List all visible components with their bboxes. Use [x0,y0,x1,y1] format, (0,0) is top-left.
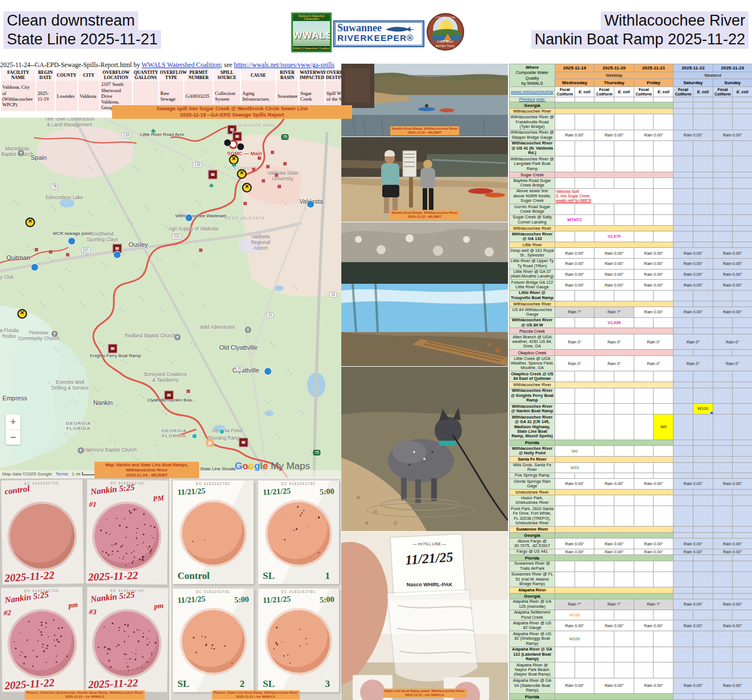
value-cell: Rain 0.00" [713,678,752,693]
previous-year-link[interactable]: Previous year: [519,97,546,102]
date-header: 2025-11-23 [713,64,752,72]
water-quality-table: WhereComposite Water Qualityby WWALS2025… [509,64,752,700]
wwals-coalition-link[interactable]: WWALS Watershed Coalition [142,61,221,68]
map-label: WINDSOR PARK [238,123,276,128]
map-label: Southwind Sporting Clays [86,231,118,243]
colony-speck [113,544,114,545]
colony-speck [118,644,119,646]
petri-left-caption: Photos: Gretchen Quarterman, Nankin Boat… [25,690,145,699]
value-cell: Rain 0.00" [634,269,673,280]
colony-speck [205,644,207,645]
ecoli-header: E. coli [654,87,674,97]
value-cell: Rain 0.00" [674,620,713,631]
petri-card: EC 418324278Ccontrol2025-11-22 [1,479,84,585]
table-row: Georgia [510,593,752,599]
colony-speck [137,544,138,545]
weekend-header: Weekend [674,72,752,79]
colony-speck [126,527,127,528]
value-cell: Rain 0.00" [634,549,673,555]
spill-col-header: BEGIN DATE [36,69,55,81]
colony-speck [40,624,42,626]
petri-dish [182,502,245,565]
colony-speck [20,652,22,653]
colony-speck [150,550,151,552]
colony-speck [274,648,275,649]
selection-handle[interactable] [710,411,713,415]
plate-num: 2 [240,678,245,690]
map-label: Valdosta State University [267,171,299,182]
spill-title-prefix: 2025-11-24--GA-EPD-Sewage-Spills-Report.… [0,61,142,68]
table-row: Poe Springs Ramp [510,473,752,479]
value-cell: Rain 0.00" [594,248,634,259]
value-cell: Rain 0" [713,334,752,349]
wwals-logo-tagline: Working for Watershed Conservation [293,14,330,21]
site-label: Withlacoochee River @ Knights Ferry Boat… [510,388,555,403]
table-row: Florida [510,694,752,700]
site-label: Fargo @ US 441 [510,549,555,555]
plate-label2: pm [68,600,79,610]
map-label: GEORGIA FLORIDA [66,421,92,431]
section-label: Florida [510,694,555,700]
water-trail-logo: WITHLACOOCHEE Little River WATER TRAIL [427,13,464,51]
value-cell: Rain 0.00" [674,549,713,555]
table-row: Sugar Creek @ Salty Corner LandingWTNTC [510,214,752,225]
boat-ramp-marker-icon: ≋ [108,344,118,354]
spill-col-header: QUANTITY GALLONS [133,69,159,81]
zoom-in-button[interactable]: + [6,415,20,430]
day-header: Wednesday [555,78,594,86]
section-band [555,108,674,114]
photo-dog-in-water [341,367,508,531]
section-label: Withlacoochee River [510,382,555,388]
value-cell: Rain ?" [555,307,594,318]
value-cell: Rain 0.00" [594,130,634,140]
day-header: Friday [634,78,673,86]
photo-river-kayakers: Nankin Boat Ramp, Withlacoochee River202… [341,64,508,136]
table-row: Withlacoochee River @ Skipper Bridge Gau… [510,130,752,140]
table-row: Alapaha River @ GA 125 (Irwinville)Rain … [510,599,752,610]
plate-label: SL [263,678,275,690]
colony-speck [152,537,154,538]
petri-dish [267,610,330,673]
highlighted-value-cell[interactable]: W100 [693,404,713,415]
composite-screenshot: Clean downstream State Line 2025-11-21 W… [0,0,752,700]
value-cell: W166 [555,610,594,620]
wwals-logo-name: WWALS [293,30,330,42]
site-label: Alapaha River @ GA 125 (Irwinville) [510,599,555,610]
table-row: Withlacoochee River @ GA 31 (CR 145, Mad… [510,414,752,440]
railroad-crossing-icon: ✕ [18,309,27,319]
building-marker [258,156,261,160]
spill-col-header: FACILITY NAME [1,69,36,81]
table-row: Little River [510,242,752,248]
value-cell: Rain 0.00" [674,269,713,280]
section-band [555,532,674,539]
plate-num: 3 [325,678,330,690]
site-label: US 84 Withlacoochee Gauge [510,307,555,318]
table-row: Above sewer line above NSRR trestle, Sug… [510,188,752,204]
colony-speck [56,656,57,657]
map-terms-link[interactable]: Terms [56,471,68,477]
table-row: US 84 Withlacoochee GaugeRain ?"Rain ?"R… [510,307,752,318]
ga-spills-link[interactable]: https://wwals.net/issues/vww/ga-spills [234,61,334,68]
plate-label: SL [177,678,189,690]
colony-speck [147,661,148,662]
zoom-out-button[interactable]: − [6,430,20,445]
road-shield-icon: 221 [172,234,182,239]
spill-col-header: WATERWAY IMPACTED [299,69,325,81]
site-label: Little River @ Troupville Boat Ramp [510,290,555,301]
table-row: Allen Branch @ UGA weather, 4281 US 84, … [510,334,752,349]
colony-speck [115,543,117,545]
fecal-coliform-header: FecalColiform [594,87,614,97]
map-copyright: Map data ©2025 Google [2,471,52,477]
boat-ramp-marker-icon: ≋ [208,170,218,180]
section-band [555,102,674,109]
value-cell: Rain 0.00" [674,307,713,318]
colony-speck [67,656,68,657]
plate-label: Nankin 5:25 [90,482,135,496]
day-header: Sunday [713,78,752,86]
highlighted-value-cell[interactable]: W0 [654,414,674,440]
testing-link[interactable]: wwals.net/issues/testing/ [511,90,553,94]
header-right: Withlacoochee River Nankin Boat Ramp 202… [531,11,749,49]
camera-marker-icon [237,143,245,151]
ecoli-header: E. coli [693,87,713,97]
plate-code: EC 418324278C [258,589,339,594]
